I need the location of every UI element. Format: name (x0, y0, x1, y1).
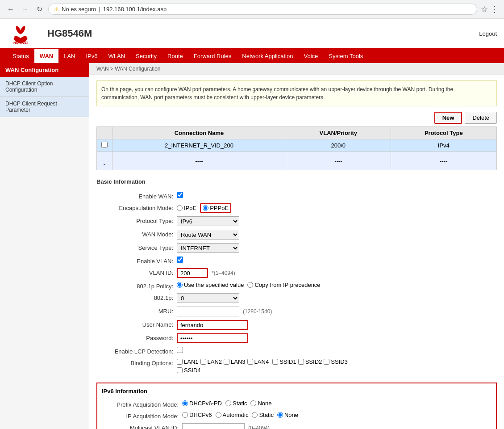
automatic-radio[interactable] (216, 412, 221, 418)
lan1-checkbox[interactable] (177, 359, 183, 365)
multicast-label: Multicast VLAN ID: (102, 423, 182, 429)
wan-mode-row: WAN Mode: Route WAN Bridge WAN (96, 228, 497, 241)
policy-row: 802.1p Policy: Use the specified value C… (96, 280, 497, 291)
pppoe-option[interactable]: PPPoE (203, 205, 229, 211)
binding-row: Binding Options: LAN1 LAN2 LAN3 LAN4 SSI… (96, 357, 497, 375)
dhcpv6-pd-option[interactable]: DHCPv6-PD (182, 400, 222, 407)
ip-static-option[interactable]: Static (252, 412, 274, 418)
pppoe-radio[interactable] (203, 205, 208, 211)
vlan-id-input[interactable] (177, 268, 208, 278)
star-button[interactable]: ☆ (481, 4, 488, 14)
security-text: No es seguro (62, 6, 96, 13)
lan4-checkbox[interactable] (247, 359, 253, 365)
forward-button[interactable]: → (20, 4, 30, 15)
vlan-id-control: *(1–4094) (177, 268, 235, 278)
enable-vlan-label: Enable VLAN: (96, 257, 177, 265)
vlan-1: 200/0 (286, 139, 391, 152)
binding-ssid4[interactable]: SSID4 (177, 367, 201, 374)
ipoe-option[interactable]: IPoE (177, 205, 196, 211)
username-row: User Name: (96, 318, 497, 332)
nav-system-tools[interactable]: System Tools (323, 49, 368, 63)
binding-lan1[interactable]: LAN1 (177, 358, 199, 365)
binding-ssid1[interactable]: SSID1 (272, 358, 296, 365)
nav-wlan[interactable]: WLAN (103, 49, 131, 63)
enable-vlan-control (177, 257, 183, 263)
nav-security[interactable]: Security (130, 49, 162, 63)
prefix-none-option[interactable]: None (250, 400, 271, 407)
logout-button[interactable]: Logout (479, 30, 497, 37)
password-input[interactable] (177, 333, 248, 343)
binding-lan2[interactable]: LAN2 (200, 358, 222, 365)
sidebar-item-dhcp-request[interactable]: DHCP Client Request Parameter (0, 97, 89, 117)
mru-label: MRU: (96, 307, 177, 315)
menu-button[interactable]: ⋮ (491, 4, 499, 14)
ssid3-checkbox[interactable] (324, 359, 329, 365)
main-panel: WAN > WAN Configuration On this page, yo… (89, 63, 504, 429)
copy-from-ip-option[interactable]: Copy from IP precedence (247, 282, 320, 288)
ipoe-radio[interactable] (177, 205, 183, 211)
binding-lan4[interactable]: LAN4 (247, 358, 269, 365)
use-specified-radio[interactable] (177, 282, 183, 288)
prefix-label: Prefix Acquisition Mode: (102, 400, 182, 408)
wan-mode-control: Route WAN Bridge WAN (177, 230, 239, 240)
protocol-type-select[interactable]: IPv6 IPv4 IPv4/IPv6 (177, 216, 239, 226)
nav-lan[interactable]: LAN (58, 49, 80, 63)
lan2-checkbox[interactable] (200, 359, 206, 365)
sidebar-item-dhcp-option[interactable]: DHCP Client Option Configuration (0, 77, 89, 97)
enable-wan-row: Enable WAN: (96, 190, 497, 202)
address-bar[interactable]: ⚠ No es seguro | 192.168.100.1/index.asp (48, 4, 477, 15)
prefix-static-radio[interactable] (225, 400, 231, 406)
basic-info-section: Basic Information Enable WAN: Encapsulat… (96, 176, 497, 375)
svg-text:HUAWEI: HUAWEI (13, 41, 28, 45)
prefix-none-radio[interactable] (250, 400, 256, 406)
copy-from-ip-radio[interactable] (247, 282, 253, 288)
ip-acq-control: DHCPv6 Automatic Static None (182, 412, 298, 418)
protocol-type-row: Protocol Type: IPv6 IPv4 IPv4/IPv6 (96, 214, 497, 228)
table-row[interactable]: 2_INTERNET_R_VID_200 200/0 IPv4 (97, 139, 497, 152)
enable-wan-checkbox[interactable] (177, 192, 183, 198)
ip-none-radio[interactable] (277, 412, 283, 418)
nav-wan[interactable]: WAN (34, 49, 58, 63)
ssid2-checkbox[interactable] (298, 359, 304, 365)
lcp-checkbox[interactable] (177, 347, 183, 353)
encapsulation-label: Encapsulation Mode: (96, 203, 177, 211)
mru-input[interactable] (177, 307, 239, 316)
new-button[interactable]: New (434, 112, 462, 124)
nav-forward-rules[interactable]: Forward Rules (188, 49, 237, 63)
back-button[interactable]: ← (5, 4, 16, 15)
ip-static-radio[interactable] (252, 412, 258, 418)
binding-label: Binding Options: (96, 358, 177, 366)
username-input[interactable] (177, 320, 248, 330)
lcp-row: Enable LCP Detection: (96, 345, 497, 357)
nav-network-application[interactable]: Network Application (237, 49, 298, 63)
8021p-select[interactable]: 0 123 4567 (177, 293, 239, 303)
col-vlan: VLAN/Priority (286, 127, 391, 139)
wan-mode-select[interactable]: Route WAN Bridge WAN (177, 230, 239, 240)
binding-lan3[interactable]: LAN3 (224, 358, 246, 365)
binding-ssid2[interactable]: SSID2 (298, 358, 322, 365)
multicast-input[interactable] (182, 423, 245, 429)
nav-ipv6[interactable]: IPv6 (81, 49, 103, 63)
ssid4-checkbox[interactable] (177, 367, 183, 373)
sidebar: WAN Configuration DHCP Client Option Con… (0, 63, 89, 429)
wan-table: Connection Name VLAN/Priority Protocol T… (96, 126, 497, 170)
dhcpv6-radio[interactable] (182, 412, 188, 418)
ip-none-option[interactable]: None (277, 412, 298, 418)
ssid1-checkbox[interactable] (272, 359, 278, 365)
enable-vlan-checkbox[interactable] (177, 257, 183, 263)
refresh-button[interactable]: ↻ (34, 4, 45, 15)
delete-button[interactable]: Delete (465, 112, 497, 124)
automatic-option[interactable]: Automatic (216, 412, 249, 418)
use-specified-option[interactable]: Use the specified value (177, 282, 244, 288)
service-type-select[interactable]: INTERNET TR069 OTHER (177, 243, 239, 253)
nav-voice[interactable]: Voice (298, 49, 323, 63)
lan3-checkbox[interactable] (224, 359, 229, 365)
binding-ssid3[interactable]: SSID3 (324, 358, 348, 365)
nav-route[interactable]: Route (162, 49, 188, 63)
browser-bar: ← → ↻ ⚠ No es seguro | 192.168.100.1/ind… (0, 0, 504, 19)
dhcpv6-pd-radio[interactable] (182, 400, 188, 406)
prefix-static-option[interactable]: Static (225, 400, 247, 407)
nav-status[interactable]: Status (7, 49, 34, 63)
row-checkbox-1[interactable] (101, 142, 108, 148)
dhcpv6-option[interactable]: DHCPv6 (182, 412, 212, 418)
